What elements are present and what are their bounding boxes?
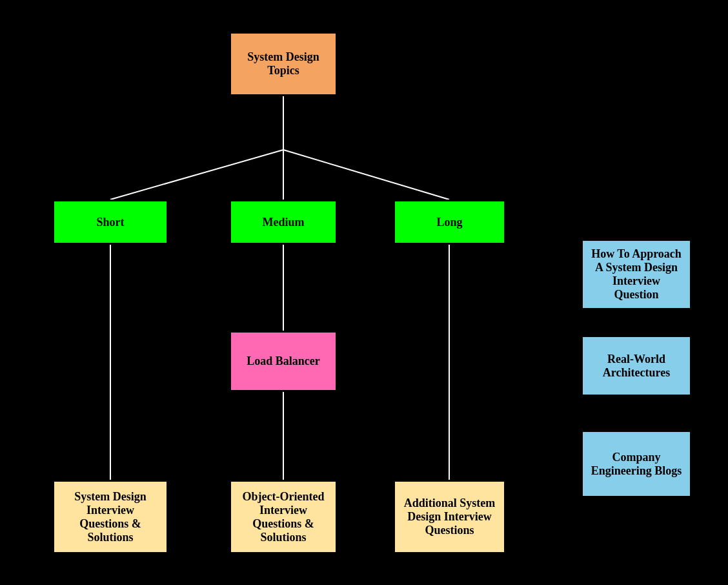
load-balancer-node[interactable]: Load Balancer [229,331,338,392]
system-design-topics-label: System Design Topics [238,50,329,77]
company-engineering-label: Company Engineering Blogs [589,451,683,478]
svg-line-3 [283,150,449,200]
company-engineering-node[interactable]: Company Engineering Blogs [581,430,692,498]
real-world-label: Real-World Architectures [589,353,683,380]
additional-sd-node[interactable]: Additional System Design Interview Quest… [393,480,506,554]
real-world-node[interactable]: Real-World Architectures [581,335,692,396]
svg-line-1 [110,150,283,200]
long-node[interactable]: Long [393,200,506,245]
how-to-approach-node[interactable]: How To Approach A System Design Intervie… [581,239,692,310]
oo-interview-questions-label: Object-Oriented Interview Questions & So… [238,490,329,544]
short-label: Short [96,216,124,229]
long-label: Long [436,216,462,229]
oo-interview-questions-node[interactable]: Object-Oriented Interview Questions & So… [229,480,338,554]
sd-interview-questions-label: System Design Interview Questions & Solu… [61,490,160,544]
load-balancer-label: Load Balancer [247,354,320,368]
sd-interview-questions-node[interactable]: System Design Interview Questions & Solu… [52,480,168,554]
medium-label: Medium [263,216,305,229]
additional-sd-label: Additional System Design Interview Quest… [401,497,498,537]
short-node[interactable]: Short [52,200,168,245]
medium-node[interactable]: Medium [229,200,338,245]
how-to-approach-label: How To Approach A System Design Intervie… [589,247,683,302]
system-design-topics-node[interactable]: System Design Topics [229,32,338,96]
